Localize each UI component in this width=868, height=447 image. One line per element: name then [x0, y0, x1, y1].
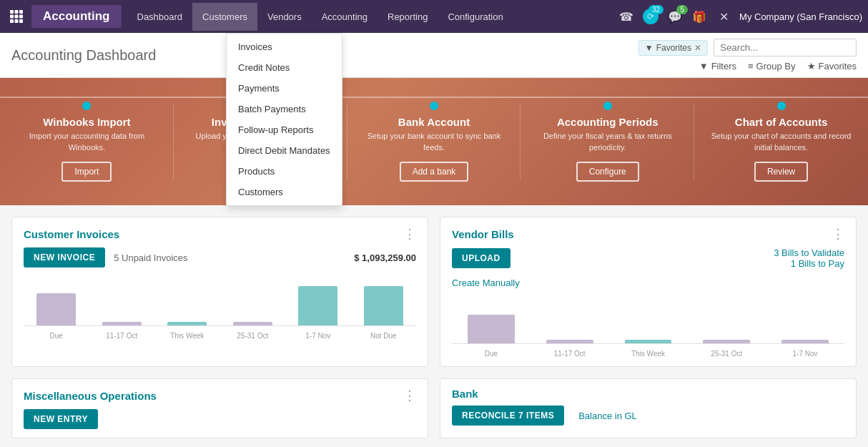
nav-reporting[interactable]: Reporting: [378, 3, 438, 31]
svg-rect-7: [15, 19, 19, 23]
vbar-due-bar: [468, 315, 515, 343]
reconcile-button[interactable]: RECONCILE 7 ITEMS: [452, 406, 564, 426]
messages-icon[interactable]: 💬 5: [666, 8, 684, 25]
bar-notdue: [351, 276, 417, 325]
invoices-amount: $ 1,093,259.00: [354, 252, 416, 263]
vendor-bills-menu-icon[interactable]: ⋮: [832, 226, 844, 242]
bar-labels: Due 11-17 Oct This Week 25-31 Oct 1-7 No…: [24, 329, 416, 340]
nav-dashboard[interactable]: Dashboard: [127, 3, 193, 31]
svg-rect-3: [10, 15, 14, 19]
nav-customers[interactable]: Customers: [192, 3, 257, 31]
bar-label-due: Due: [50, 332, 63, 340]
activity-icon[interactable]: ⟳ 32: [642, 8, 659, 25]
dropdown-item-credit-notes[interactable]: Credit Notes: [227, 57, 342, 78]
groupby-button[interactable]: ≡ Group By: [748, 61, 796, 72]
svg-rect-5: [19, 15, 23, 19]
vendor-bills-chart: [452, 294, 844, 344]
favorites-button[interactable]: ★ Favorites: [807, 61, 857, 72]
misc-menu-icon[interactable]: ⋮: [403, 388, 416, 403]
customer-invoices-chart: [24, 276, 416, 326]
nav-menu: Dashboard Customers Vendors Accounting R…: [127, 3, 618, 31]
svg-rect-0: [10, 10, 14, 14]
dropdown-item-followup[interactable]: Follow-up Reports: [227, 119, 342, 140]
vbar-oct11-bar: [546, 340, 593, 343]
favorites-btn-label: Favorites: [819, 61, 857, 72]
filters-button[interactable]: ▼ Filters: [699, 61, 736, 72]
dropdown-item-direct-debit[interactable]: Direct Debit Mandates: [227, 140, 342, 161]
hero-btn-chart[interactable]: Review: [754, 162, 808, 182]
gift-icon[interactable]: 🎁: [691, 8, 708, 25]
hero-card-periods: Accounting Periods Define your fiscal ye…: [521, 78, 694, 205]
svg-rect-1: [15, 10, 19, 14]
vbar-oct25-bar: [703, 340, 750, 343]
balance-in-gl-link[interactable]: Balance in GL: [578, 411, 637, 421]
customer-invoices-header: Customer Invoices ⋮: [12, 217, 428, 247]
bar-due-bar: [36, 293, 76, 325]
nav-vendors[interactable]: Vendors: [257, 3, 312, 31]
bills-to-pay[interactable]: 1 Bills to Pay: [519, 258, 844, 269]
dropdown-item-batch-payments[interactable]: Batch Payments: [227, 99, 342, 119]
favorites-tag[interactable]: ▼ Favorites ✕: [638, 40, 708, 56]
activity-badge: 32: [648, 5, 664, 14]
hero-title-periods: Accounting Periods: [557, 116, 659, 128]
bar-oct25-bar: [233, 322, 272, 325]
dropdown-item-invoices[interactable]: Invoices: [227, 36, 342, 57]
vbar-oct25: [687, 294, 766, 343]
search-input[interactable]: [714, 39, 857, 57]
hero-dot-bank: [430, 102, 438, 110]
vbar-label-oct25: 25-31 Oct: [711, 350, 742, 358]
customer-invoices-menu-icon[interactable]: ⋮: [403, 226, 416, 242]
brand-label[interactable]: Accounting: [31, 5, 122, 28]
vbar-oct11: [531, 294, 609, 343]
svg-rect-8: [19, 19, 23, 23]
close-icon[interactable]: ✕: [715, 8, 732, 25]
vbar-label-thisweek: This Week: [631, 350, 665, 358]
hero-btn-bank[interactable]: Add a bank: [400, 162, 469, 182]
bills-to-validate[interactable]: 3 Bills to Validate: [519, 247, 844, 258]
vendor-bills-stats: 3 Bills to Validate 1 Bills to Pay: [519, 247, 844, 269]
vendor-bills-card: Vendor Bills ⋮ UPLOAD 3 Bills to Validat…: [440, 217, 857, 367]
dropdown-item-products[interactable]: Products: [227, 161, 342, 182]
dropdown-item-payments[interactable]: Payments: [227, 78, 342, 99]
create-manually-link[interactable]: Create Manually: [452, 277, 520, 288]
vendor-bills-body: UPLOAD 3 Bills to Validate 1 Bills to Pa…: [440, 247, 856, 366]
company-label[interactable]: My Company (San Francisco): [739, 11, 862, 22]
nav-accounting[interactable]: Accounting: [312, 3, 378, 31]
upload-button[interactable]: UPLOAD: [452, 248, 511, 268]
top-navigation: Accounting Dashboard Customers Vendors A…: [0, 0, 868, 33]
bank-header: Bank: [440, 379, 856, 406]
bar-oct11-bar: [102, 322, 142, 325]
customer-invoices-stats: 5 Unpaid Invoices $ 1,093,259.00: [114, 252, 416, 263]
vbar-nov1: [766, 294, 844, 343]
filter-icon: ▼: [699, 61, 709, 72]
hero-card-bank: Bank Account Setup your bank account to …: [347, 78, 521, 205]
bar-thisweek-bar: [167, 322, 207, 325]
svg-rect-4: [15, 15, 19, 19]
bar-nov1: [285, 276, 351, 325]
dropdown-item-customers[interactable]: Customers: [227, 182, 342, 202]
new-invoice-button[interactable]: NEW INVOICE: [24, 247, 105, 267]
hero-desc-bank: Setup your bank account to sync bank fee…: [359, 131, 510, 153]
hero-btn-periods[interactable]: Configure: [576, 162, 639, 182]
new-entry-button[interactable]: NEW ENTRY: [24, 409, 98, 429]
bar-due: [24, 276, 89, 325]
groupby-label: Group By: [756, 61, 796, 72]
bank-body: RECONCILE 7 ITEMS Balance in GL: [440, 406, 856, 434]
misc-operations-title: Miscellaneous Operations: [24, 390, 157, 402]
main-content: Customer Invoices ⋮ NEW INVOICE 5 Unpaid…: [0, 205, 868, 447]
customer-invoices-title: Customer Invoices: [24, 228, 119, 240]
vbar-label-nov1: 1-7 Nov: [793, 350, 818, 358]
hero-title-chart: Chart of Accounts: [735, 116, 827, 128]
bar-oct25: [220, 276, 286, 325]
nav-right-icons: ☎ ⟳ 32 💬 5 🎁 ✕ My Company (San Francisco…: [618, 8, 862, 25]
hero-dot-chart: [777, 102, 786, 110]
misc-operations-header: Miscellaneous Operations ⋮: [12, 379, 428, 409]
page-title: Accounting Dashboard: [11, 47, 156, 64]
hero-desc-chart: Setup your chart of accounts and record …: [706, 131, 857, 153]
favorites-close-icon[interactable]: ✕: [694, 43, 701, 53]
apps-icon[interactable]: [6, 6, 27, 27]
hero-btn-winbooks[interactable]: Import: [61, 162, 112, 182]
nav-configuration[interactable]: Configuration: [438, 3, 513, 31]
hero-title-bank: Bank Account: [398, 116, 470, 128]
phone-icon[interactable]: ☎: [618, 8, 635, 25]
